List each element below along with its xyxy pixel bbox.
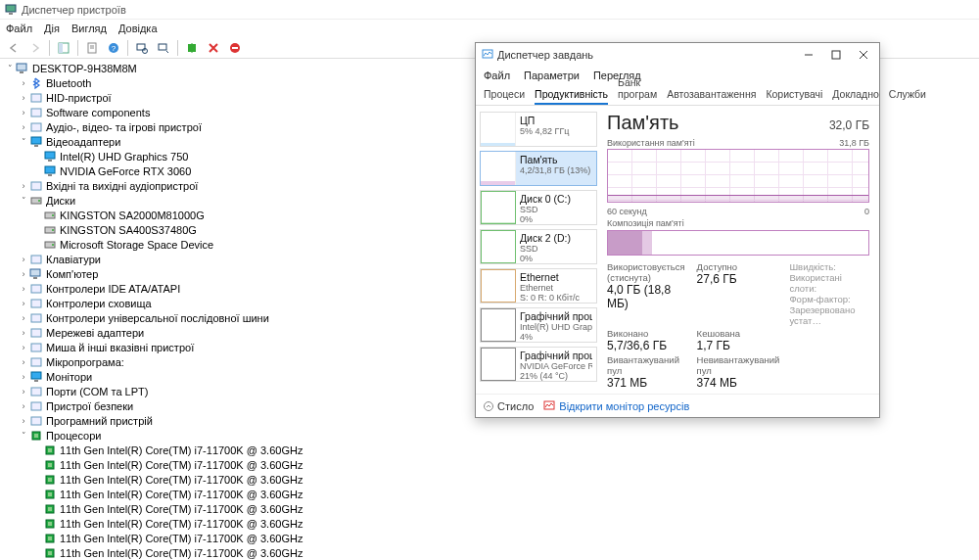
tree-device[interactable]: 11th Gen Intel(R) Core(TM) i7-11700K @ 3… <box>4 545 975 560</box>
expand-arrow-icon[interactable]: › <box>18 400 29 412</box>
expand-arrow-icon[interactable] <box>31 444 43 456</box>
expand-arrow-icon[interactable]: › <box>18 298 29 309</box>
tree-device[interactable]: 11th Gen Intel(R) Core(TM) i7-11700K @ 3… <box>4 516 975 531</box>
expand-arrow-icon[interactable]: › <box>18 268 29 280</box>
expand-arrow-icon[interactable] <box>31 459 43 471</box>
perf-tile-mem[interactable]: Пам'ять 4,2/31,8 ГБ (13%) <box>480 151 597 186</box>
tab-users[interactable]: Користувачі <box>766 88 822 105</box>
uninstall-icon[interactable] <box>225 39 245 57</box>
open-resource-monitor-link[interactable]: Відкрити монітор ресурсів <box>543 400 689 412</box>
tab-performance[interactable]: Продуктивність <box>535 88 608 105</box>
expand-arrow-icon[interactable]: › <box>18 77 29 89</box>
graph1-label-left: Використання пам'яті <box>607 138 695 148</box>
tm-menu-file[interactable]: Файл <box>484 70 510 81</box>
properties-icon[interactable] <box>82 39 102 57</box>
expand-arrow-icon[interactable]: › <box>18 283 29 295</box>
expand-arrow-icon[interactable] <box>31 239 43 251</box>
device-label: Контролери універсальної послідовної шин… <box>46 312 269 324</box>
stat-cached-label: Кешована <box>697 328 780 339</box>
nav-forward-icon[interactable] <box>25 39 45 57</box>
device-icon <box>29 414 43 428</box>
tile-thumbnail <box>481 348 516 381</box>
maximize-button[interactable] <box>822 45 850 65</box>
help-icon[interactable]: ? <box>104 39 123 57</box>
perf-tile-eth[interactable]: Ethernet EthernetS: 0 R: 0 Кбіт/с <box>480 268 597 303</box>
tree-device[interactable]: 11th Gen Intel(R) Core(TM) i7-11700K @ 3… <box>4 501 975 516</box>
tm-titlebar[interactable]: Диспетчер завдань <box>476 43 879 67</box>
expand-arrow-icon[interactable]: › <box>18 356 29 368</box>
expand-arrow-icon[interactable] <box>31 210 43 221</box>
scan-icon[interactable] <box>132 39 152 57</box>
expand-arrow-icon[interactable]: › <box>18 254 29 265</box>
expand-arrow-icon[interactable] <box>31 518 43 530</box>
nav-back-icon[interactable] <box>4 39 23 57</box>
expand-arrow-icon[interactable] <box>31 489 43 500</box>
tab-processes[interactable]: Процеси <box>484 88 525 105</box>
expand-arrow-icon[interactable]: ˅ <box>4 63 16 74</box>
tree-device[interactable]: 11th Gen Intel(R) Core(TM) i7-11700K @ 3… <box>4 531 975 545</box>
expand-arrow-icon[interactable]: ˅ <box>18 136 29 148</box>
expand-arrow-icon[interactable] <box>31 151 43 163</box>
tree-device[interactable]: 11th Gen Intel(R) Core(TM) i7-11700K @ 3… <box>4 457 975 472</box>
svg-rect-66 <box>48 551 52 555</box>
enable-icon[interactable] <box>182 39 202 57</box>
device-label: 11th Gen Intel(R) Core(TM) i7-11700K @ 3… <box>60 533 303 544</box>
refresh-icon[interactable] <box>154 39 173 57</box>
tab-startup[interactable]: Автозавантаження <box>667 88 756 105</box>
expand-arrow-icon[interactable]: › <box>18 121 29 133</box>
expand-arrow-icon[interactable]: › <box>18 312 29 324</box>
tree-device[interactable]: 11th Gen Intel(R) Core(TM) i7-11700K @ 3… <box>4 487 975 501</box>
expand-arrow-icon[interactable]: › <box>18 107 29 118</box>
dm-menu-action[interactable]: Дія <box>44 23 60 34</box>
device-icon <box>29 282 43 296</box>
show-hide-tree-icon[interactable] <box>54 39 73 57</box>
memory-heading: Пам'ять <box>607 112 678 134</box>
device-manager-icon <box>4 3 18 17</box>
expand-arrow-icon[interactable]: › <box>18 386 29 397</box>
dm-menu-view[interactable]: Вигляд <box>71 23 107 34</box>
expand-arrow-icon[interactable]: › <box>18 92 29 104</box>
perf-tile-d0[interactable]: Диск 0 (C:) SSD0% <box>480 190 597 225</box>
tab-details[interactable]: Докладно <box>832 88 879 105</box>
device-label: DESKTOP-9H38M8M <box>32 63 137 74</box>
tile-title: Графічний проце <box>520 310 592 322</box>
expand-arrow-icon[interactable] <box>31 533 43 544</box>
expand-arrow-icon[interactable] <box>31 474 43 486</box>
tab-apphistory[interactable]: Банк програм <box>618 76 657 105</box>
expand-arrow-icon[interactable]: ˅ <box>18 430 29 442</box>
tree-device[interactable]: 11th Gen Intel(R) Core(TM) i7-11700K @ 3… <box>4 472 975 487</box>
disable-icon[interactable] <box>204 39 223 57</box>
tm-menu-options[interactable]: Параметри <box>524 70 580 81</box>
expand-arrow-icon[interactable] <box>31 503 43 515</box>
perf-tile-gpu0[interactable]: Графічний проце Intel(R) UHD Graphics 75… <box>480 307 597 343</box>
device-icon <box>43 473 57 487</box>
perf-tile-gpu1[interactable]: Графічний проце NVIDIA GeForce RTX 30621… <box>480 347 597 382</box>
expand-arrow-icon[interactable]: ˅ <box>18 195 29 207</box>
tree-category[interactable]: ˅ Процесори <box>4 428 975 443</box>
expand-arrow-icon[interactable]: › <box>18 327 29 339</box>
perf-main: Пам'ять 32,0 ГБ Використання пам'яті 31,… <box>601 106 879 394</box>
expand-arrow-icon[interactable] <box>31 547 43 559</box>
device-icon <box>29 135 43 149</box>
expand-arrow-icon[interactable]: › <box>18 371 29 383</box>
expand-arrow-icon[interactable] <box>31 224 43 236</box>
device-label: 11th Gen Intel(R) Core(TM) i7-11700K @ 3… <box>60 474 303 486</box>
perf-tile-d2[interactable]: Диск 2 (D:) SSD0% <box>480 229 597 264</box>
svg-rect-47 <box>31 402 41 410</box>
dm-menu-file[interactable]: Файл <box>6 23 32 34</box>
expand-arrow-icon[interactable]: › <box>18 415 29 427</box>
fewer-details-toggle[interactable]: Стисло <box>484 400 534 412</box>
svg-rect-56 <box>48 478 52 482</box>
expand-arrow-icon[interactable] <box>31 165 43 177</box>
perf-tile-cpu[interactable]: ЦП 5% 4,82 ГГц <box>480 112 597 147</box>
svg-rect-44 <box>31 372 41 379</box>
minimize-button[interactable] <box>795 45 822 65</box>
expand-arrow-icon[interactable]: › <box>18 180 29 192</box>
stat-npaged-label: Невивантажуваний пул <box>697 354 780 376</box>
tab-services[interactable]: Служби <box>889 88 926 105</box>
close-button[interactable] <box>850 45 877 65</box>
expand-arrow-icon[interactable]: › <box>18 342 29 353</box>
device-label: Процесори <box>46 430 101 442</box>
tree-device[interactable]: 11th Gen Intel(R) Core(TM) i7-11700K @ 3… <box>4 443 975 457</box>
dm-menu-help[interactable]: Довідка <box>118 23 158 34</box>
